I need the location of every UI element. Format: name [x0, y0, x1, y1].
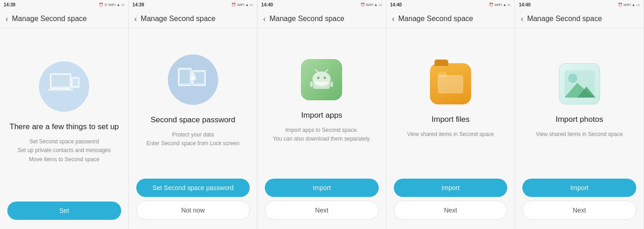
device-icon-2 [168, 55, 218, 105]
next-button-5[interactable]: Next [522, 201, 636, 220]
next-button-4[interactable]: Next [394, 201, 508, 220]
icon-area-4 [430, 63, 471, 104]
svg-rect-17 [330, 82, 333, 87]
content-3: Import apps Import apps to Second space.… [258, 28, 386, 174]
wifi-icon-3: WiFi [366, 3, 373, 7]
timer-icon: ⊙ [104, 3, 107, 7]
signal-icon-4: ▲ [503, 3, 506, 7]
screen-4: 14:40 ⏰ WiFi ▲ ▭ ‹ Manage Second space I… [386, 0, 515, 229]
status-icons-4: ⏰ WiFi ▲ ▭ [489, 3, 511, 7]
signal-icon-2: ▲ [245, 3, 249, 7]
top-bar-title-1: Manage Second space [12, 15, 87, 23]
svg-rect-6 [180, 70, 190, 83]
files-tab [435, 60, 448, 66]
alarm-icon-2: ⏰ [231, 3, 236, 7]
time-4: 14:40 [390, 2, 402, 7]
back-button-2[interactable]: ‹ [134, 15, 137, 23]
status-icons-5: ⏰ WiFi ▲ ▭ [618, 3, 640, 7]
screen-subtitle-3: Import apps to Second space.You can also… [273, 126, 370, 143]
buttons-5: Import Next [515, 174, 644, 229]
top-bar-title-4: Manage Second space [398, 15, 473, 23]
svg-rect-16 [310, 82, 313, 87]
back-button-5[interactable]: ‹ [521, 15, 523, 23]
svg-rect-2 [48, 89, 73, 91]
buttons-2: Set Second space password Not now [129, 174, 258, 229]
svg-rect-1 [52, 75, 70, 87]
icon-area-5 [559, 63, 600, 104]
icon-area-1 [39, 61, 89, 112]
files-icon [430, 63, 471, 104]
not-now-button[interactable]: Not now [136, 201, 250, 220]
top-bar-3: ‹ Manage Second space [258, 9, 386, 28]
top-bar-5: ‹ Manage Second space [515, 9, 644, 28]
status-bar-2: 14:39 ⏰ WiFi ▲ ▭ [129, 0, 258, 9]
svg-line-13 [315, 70, 318, 72]
battery-icon: ▭ [121, 3, 125, 7]
buttons-3: Import Next [258, 174, 386, 229]
svg-point-12 [324, 76, 326, 79]
back-button-3[interactable]: ‹ [263, 15, 266, 23]
screen-1: 14:39 ⏰ ⊙ WiFi ▲ ▭ ‹ Manage Second space [0, 0, 129, 229]
screen-3: 14:40 ⏰ WiFi ▲ ▭ ‹ Manage Second space [258, 0, 386, 229]
top-bar-1: ‹ Manage Second space [0, 9, 129, 28]
screen-title-1: There are a few things to set up [10, 122, 119, 132]
screen-subtitle-1: Set Second space passwordSet up private … [18, 137, 111, 164]
battery-icon-4: ▭ [507, 3, 511, 7]
svg-rect-18 [438, 75, 463, 93]
screen-5: 14:40 ⏰ WiFi ▲ ▭ ‹ Manage Second space [515, 0, 644, 229]
screen-title-3: Import apps [301, 110, 343, 120]
status-icons-3: ⏰ WiFi ▲ ▭ [360, 3, 382, 7]
content-4: Import files View shared items in Second… [386, 28, 515, 174]
time-2: 14:39 [133, 2, 145, 7]
status-bar-3: 14:40 ⏰ WiFi ▲ ▭ [258, 0, 386, 9]
alarm-icon-5: ⏰ [618, 3, 623, 7]
content-5: Import photos View shared items in Secon… [515, 28, 644, 174]
back-button-4[interactable]: ‹ [392, 15, 395, 23]
screen-title-5: Import photos [556, 114, 603, 125]
svg-rect-19 [438, 72, 447, 77]
time-5: 14:40 [519, 2, 531, 7]
screen-subtitle-4: View shared items in Second space [407, 130, 494, 139]
wifi-icon-2: WiFi [237, 3, 244, 7]
svg-point-21 [568, 74, 577, 83]
top-bar-title-3: Manage Second space [269, 15, 344, 23]
next-button-3[interactable]: Next [265, 201, 379, 220]
top-bar-4: ‹ Manage Second space [386, 9, 515, 28]
import-button-4[interactable]: Import [394, 179, 508, 197]
android-icon [301, 59, 342, 100]
signal-icon: ▲ [117, 3, 120, 7]
photos-svg [564, 69, 596, 99]
time-3: 14:40 [261, 2, 273, 7]
device-icon-1 [39, 61, 89, 112]
tablet-svg-2 [177, 66, 209, 93]
icon-area-2 [168, 55, 218, 105]
photos-icon [559, 63, 600, 104]
icon-area-3 [301, 59, 342, 100]
status-icons-1: ⏰ ⊙ WiFi ▲ ▭ [99, 3, 125, 7]
alarm-icon-4: ⏰ [489, 3, 494, 7]
set-password-button[interactable]: Set Second space password [136, 179, 250, 197]
alarm-icon: ⏰ [99, 3, 103, 7]
battery-icon-3: ▭ [379, 3, 382, 7]
svg-rect-15 [313, 82, 330, 89]
svg-rect-4 [73, 79, 78, 86]
status-bar-4: 14:40 ⏰ WiFi ▲ ▭ [386, 0, 515, 9]
import-button-5[interactable]: Import [522, 179, 636, 197]
time-1: 14:39 [4, 2, 16, 7]
set-button[interactable]: Set [7, 202, 121, 220]
screen-2: 14:39 ⏰ WiFi ▲ ▭ ‹ Manage Second space [129, 0, 258, 229]
content-2: Second space password Protect your dataE… [129, 28, 258, 174]
signal-icon-5: ▲ [632, 3, 635, 7]
screen-subtitle-5: View shared items in Second space [536, 130, 623, 139]
wifi-icon-5: WiFi [623, 3, 631, 7]
battery-icon-2: ▭ [250, 3, 253, 7]
screen-title-4: Import files [432, 114, 470, 125]
signal-icon-3: ▲ [374, 3, 378, 7]
wifi-icon-4: WiFi [494, 3, 502, 7]
screen-title-2: Second space password [150, 115, 235, 125]
buttons-4: Import Next [386, 174, 515, 229]
battery-icon-5: ▭ [636, 3, 640, 7]
back-button-1[interactable]: ‹ [5, 15, 8, 23]
import-button-3[interactable]: Import [265, 179, 379, 197]
content-1: There are a few things to set up Set Sec… [0, 28, 129, 197]
